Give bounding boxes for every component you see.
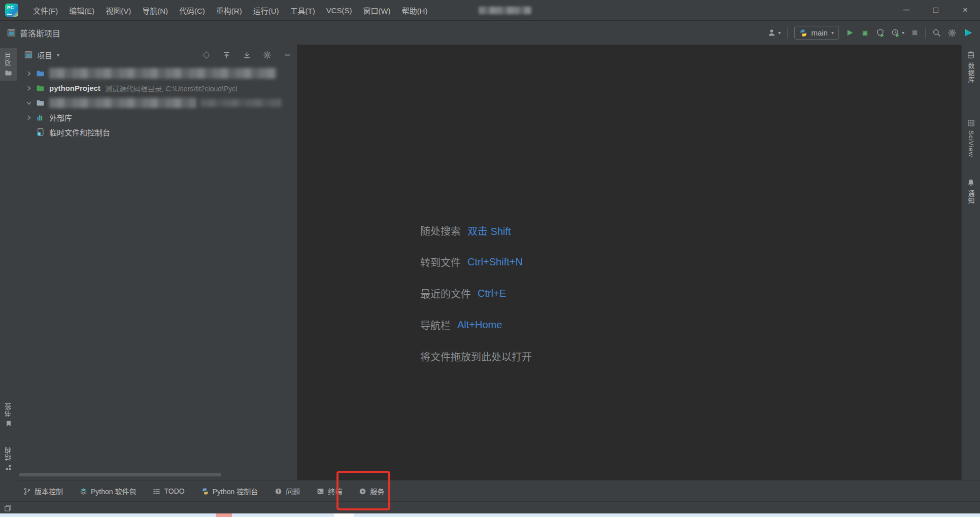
scroll-to-top-icon[interactable] (222, 51, 231, 59)
hint-shortcut-link[interactable]: 双击 Shift (467, 223, 511, 238)
menu-refactor[interactable]: 重构(R) (211, 0, 248, 20)
restore-windows-icon[interactable] (4, 504, 12, 512)
stripe-button-bookmarks[interactable]: 书签 (0, 399, 17, 431)
toolwindow-label: TODO (164, 487, 184, 495)
project-name: 普洛斯项目 (20, 27, 60, 39)
toolwindow-todo[interactable]: TODO (153, 487, 184, 495)
toolwindow-label: 服务 (370, 486, 384, 496)
bookmark-icon (5, 420, 12, 427)
tree-row-external-libraries[interactable]: 外部库 (17, 110, 297, 125)
menu-edit[interactable]: 编辑(E) (63, 0, 100, 20)
project-window-icon (7, 28, 16, 37)
stripe-button-structure[interactable]: 结构 (0, 442, 17, 475)
hint-label: 转到文件 (420, 255, 461, 269)
project-panel-header: 项目 ▾ (17, 45, 297, 65)
tree-row-scratches[interactable]: 临时文件和控制台 (17, 125, 297, 140)
hint-shortcut-link[interactable]: Ctrl+E (478, 288, 506, 299)
stripe-button-sciview[interactable]: SciView (967, 119, 975, 157)
hint-search-everywhere: 随处搜索 双击 Shift (420, 223, 532, 238)
learn-ide-icon[interactable] (963, 28, 973, 38)
services-icon (359, 488, 366, 495)
stripe-label: 书签 (4, 403, 13, 417)
user-account-icon[interactable]: ▾ (767, 28, 781, 37)
toolwindow-version-control[interactable]: 版本控制 (23, 486, 63, 496)
grid-table-icon (967, 119, 975, 127)
stripe-label: SciView (967, 130, 975, 157)
hint-navigation-bar: 导航栏 Alt+Home (420, 318, 532, 332)
toolwindow-label: Python 控制台 (213, 486, 258, 496)
search-everywhere-icon[interactable] (932, 28, 941, 37)
status-bar (0, 501, 980, 514)
stripe-button-database[interactable]: 数据库 (966, 51, 976, 84)
toolwindow-python-packages[interactable]: Python 软件包 (80, 486, 136, 496)
chevron-down-icon: ▾ (902, 30, 904, 36)
pycharm-logo-text: PC (7, 5, 14, 10)
menu-navigate[interactable]: 导航(N) (137, 0, 174, 20)
stripe-button-project[interactable]: 项目 (0, 48, 17, 81)
hint-shortcut-link[interactable]: Ctrl+Shift+N (467, 256, 523, 268)
terminal-icon (317, 488, 324, 495)
maximize-button[interactable]: □ (921, 0, 951, 20)
toolbar-separator (787, 27, 788, 39)
menu-vcs[interactable]: VCS(S) (321, 0, 358, 20)
toolwindow-terminal[interactable]: 终端 (317, 486, 342, 496)
taskbar-fragment (216, 513, 232, 517)
external-libraries-icon (35, 114, 46, 122)
chevron-down-icon: ▾ (57, 52, 59, 58)
chevron-down-icon[interactable] (23, 99, 35, 107)
tree-row-redacted-2[interactable] (17, 95, 297, 110)
tree-row-pythonproject[interactable]: pythonProject 测试源代码根目录, C:\Users\fit2clo… (17, 81, 297, 95)
taskbar-fragment (334, 513, 354, 517)
menu-view[interactable]: 视图(V) (100, 0, 137, 20)
run-configuration-selector[interactable]: main ▾ (794, 26, 839, 40)
panel-settings-gear-icon[interactable] (263, 51, 272, 59)
run-button[interactable] (846, 28, 854, 37)
close-button[interactable]: × (951, 0, 980, 20)
stripe-label: 结构 (4, 446, 13, 461)
breadcrumb[interactable]: 普洛斯项目 (7, 27, 60, 39)
pycharm-logo-icon: PC (5, 4, 18, 17)
shortcut-hints: 随处搜索 双击 Shift 转到文件 Ctrl+Shift+N 最近的文件 Ct… (420, 223, 532, 364)
hide-panel-icon[interactable] (283, 51, 292, 59)
toolwindow-python-console[interactable]: Python 控制台 (201, 486, 258, 496)
toolwindow-services[interactable]: 服务 (359, 486, 384, 496)
git-branch-icon (23, 488, 31, 495)
profiler-button[interactable] (876, 28, 885, 37)
locate-file-icon[interactable] (202, 51, 211, 59)
packages-layers-icon (80, 488, 87, 495)
minimize-button[interactable]: ─ (892, 0, 921, 20)
stripe-label: 数据库 (966, 62, 976, 84)
stripe-button-notifications[interactable]: 通知 (966, 179, 976, 204)
toolwindow-problems[interactable]: 问题 (275, 486, 300, 496)
menu-tools[interactable]: 工具(T) (284, 0, 320, 20)
horizontal-scrollbar[interactable] (19, 473, 221, 476)
chevron-right-icon[interactable] (23, 114, 35, 121)
redacted-text (49, 98, 196, 108)
hint-label: 最近的文件 (420, 286, 471, 301)
menu-file[interactable]: 文件(F) (27, 0, 63, 20)
tree-row-redacted-1[interactable] (17, 66, 297, 81)
menu-run[interactable]: 运行(U) (248, 0, 285, 20)
menu-code[interactable]: 代码(C) (174, 0, 211, 20)
left-tool-stripe: 项目 书签 结构 (0, 45, 17, 501)
collapse-all-icon[interactable] (243, 51, 251, 59)
chevron-right-icon[interactable] (23, 70, 35, 77)
chevron-right-icon[interactable] (23, 85, 35, 92)
menu-window[interactable]: 窗口(W) (357, 0, 396, 20)
window-title-redacted (479, 7, 531, 14)
debug-button[interactable] (861, 28, 869, 37)
run-with-coverage-button[interactable]: ▾ (891, 28, 904, 37)
menu-help[interactable]: 帮助(H) (396, 0, 433, 20)
python-logo-icon (201, 488, 209, 495)
stripe-label: 项目 (4, 52, 13, 66)
project-window-icon (24, 51, 32, 59)
project-panel-title[interactable]: 项目 ▾ (24, 50, 59, 60)
toolbar-right-group: ▾ main ▾ ▾ (767, 21, 973, 45)
hint-goto-file: 转到文件 Ctrl+Shift+N (420, 255, 532, 269)
bottom-tool-window-bar: 版本控制 Python 软件包 TODO Python 控制台 问题 (17, 480, 980, 502)
settings-gear-icon[interactable] (948, 28, 957, 38)
hint-shortcut-link[interactable]: Alt+Home (457, 319, 502, 331)
editor-area[interactable]: 随处搜索 双击 Shift 转到文件 Ctrl+Shift+N 最近的文件 Ct… (297, 45, 962, 480)
bell-icon (967, 179, 975, 187)
windows-taskbar-sliver (0, 513, 980, 517)
